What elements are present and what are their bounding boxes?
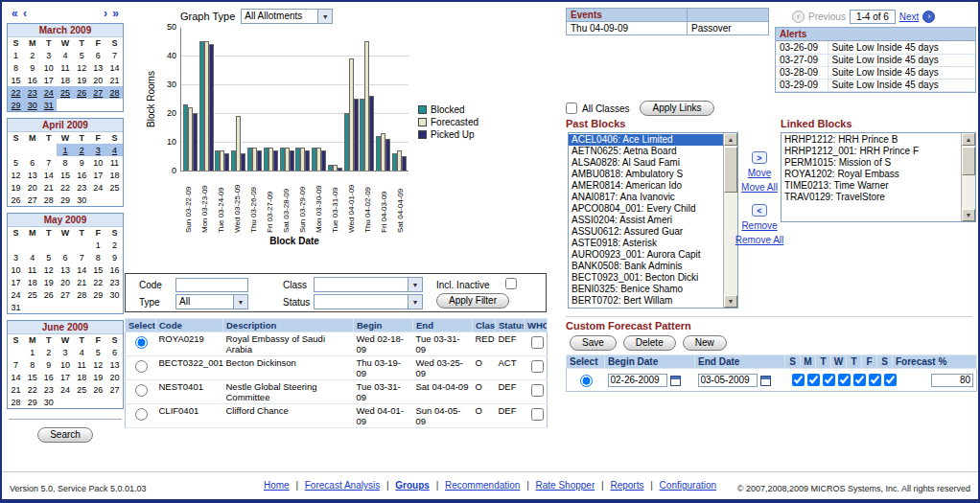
all-classes-checkbox[interactable] [566,103,577,114]
begin-date-input[interactable] [608,374,667,387]
calendar-day[interactable]: 5 [74,49,90,61]
calendar-day[interactable]: 9 [74,156,90,169]
calendar-day[interactable]: 8 [24,358,40,371]
who-checkbox[interactable] [531,336,544,349]
calendar-day[interactable]: 15 [90,263,106,276]
calendar-day[interactable]: 19 [90,371,106,383]
forecast-percent-input[interactable] [931,374,973,387]
who-checkbox[interactable] [531,408,544,421]
list-item[interactable]: ASSU0612: Assured Guar [569,226,723,238]
list-item[interactable]: BECT0923_001: Becton Dicki [569,272,723,284]
scrollbar-thumb[interactable] [962,147,975,175]
move-link[interactable]: Move [748,168,771,178]
scroll-down-icon[interactable]: ▼ [724,295,737,308]
new-button[interactable]: New [683,335,727,351]
calendar-day[interactable]: 23 [24,86,40,99]
calendar-day[interactable]: 1 [8,49,24,61]
block-select-radio[interactable] [135,384,148,397]
calendar-day[interactable]: 31 [40,99,57,111]
calendar-day[interactable]: 2 [106,239,123,251]
class-select[interactable]: ▼ [314,277,423,292]
calendar-day[interactable]: 27 [90,86,106,99]
calendar-day[interactable]: 24 [40,86,57,99]
list-item[interactable]: BENI0325: Benice Shamo [569,284,723,295]
footer-link-home[interactable]: Home [264,480,290,491]
footer-link-reports[interactable]: Reports [610,480,643,491]
calendar-day[interactable]: 5 [8,156,24,169]
calendar-day[interactable]: 19 [40,276,57,288]
past-blocks-scrollbar[interactable]: ▲ ▼ [723,133,737,308]
calendar-day[interactable]: 6 [57,251,73,263]
calendar-day[interactable]: 13 [90,61,106,74]
calendar-day[interactable]: 2 [40,346,57,358]
calendar-day[interactable]: 27 [57,288,73,301]
calendar-day[interactable]: 7 [106,49,123,61]
calendar-day[interactable]: 26 [8,194,24,206]
end-date-input[interactable] [698,374,758,387]
calendar-day[interactable]: 3 [8,251,24,263]
calendar-day[interactable]: 30 [40,396,57,408]
block-select-radio[interactable] [135,336,148,349]
footer-link-forecast-analysis[interactable]: Forecast Analysis [305,480,380,491]
previous-page-icon[interactable]: ‹ [792,11,805,23]
calendar-day[interactable]: 8 [57,156,73,169]
calendar-day[interactable]: 31 [8,301,24,313]
calendar-day[interactable]: 7 [74,251,90,263]
list-item[interactable]: TRAV0129: TravelStore [782,192,961,203]
calendar-day[interactable]: 14 [74,263,90,276]
calendar-day[interactable]: 3 [40,49,57,61]
search-button[interactable]: Search [37,427,93,443]
calendar-day[interactable]: 12 [40,263,57,276]
calendar-day[interactable]: 29 [24,396,40,408]
calendar-day[interactable]: 16 [24,74,40,86]
calendar-day[interactable]: 28 [40,194,57,206]
next-page-link[interactable]: Next [899,11,920,22]
calendar-day[interactable]: 16 [40,371,57,383]
calendar-day[interactable]: 29 [8,99,24,111]
calendar-day[interactable]: 12 [74,61,90,74]
day-checkbox-2[interactable] [823,374,835,386]
next-page-icon[interactable]: › [922,11,935,23]
remove-all-link[interactable]: Remove All [735,235,784,245]
linked-blocks-listbox[interactable]: HRHP1212: HRH Prince BHRHP1212_001: HRH … [781,132,976,222]
list-item[interactable]: ACEL0406: Ace Limited [569,134,723,146]
list-item[interactable]: ASTE0918: Asterisk [569,238,723,249]
footer-link-groups[interactable]: Groups [395,480,430,491]
calendar-day[interactable]: 5 [90,346,106,358]
calendar-day[interactable]: 30 [74,194,90,206]
list-item[interactable]: BANK0508: Bank Adminis [569,261,723,272]
calendar-day[interactable]: 13 [24,169,40,181]
calendar-day[interactable]: 29 [90,288,106,301]
calendar-day[interactable]: 7 [40,156,57,169]
calendar-day[interactable]: 10 [40,61,57,74]
calendar-day[interactable]: 10 [90,156,106,169]
calendar-day[interactable]: 24 [57,383,73,396]
type-select[interactable]: All ▼ [175,294,248,309]
calendar-day[interactable]: 11 [57,61,73,74]
scrollbar-track[interactable] [962,146,975,209]
list-item[interactable]: AETN0625: Aetna Board [569,146,723,157]
calendar-day[interactable]: 13 [57,263,73,276]
calendar-day[interactable]: 21 [8,383,24,396]
list-item[interactable]: BERT0702: Bert Willam [569,295,723,307]
calendar-day[interactable]: 22 [24,383,40,396]
scrollbar-track[interactable] [724,146,737,295]
calendar-day[interactable]: 1 [90,239,106,251]
calendar-day[interactable]: 22 [57,181,73,194]
calendar-day[interactable]: 27 [24,194,40,206]
calendar-day[interactable]: 5 [40,251,57,263]
remove-link[interactable]: Remove [741,220,777,231]
calendar-day[interactable]: 28 [8,396,24,408]
calendar-day[interactable]: 23 [40,383,57,396]
calendar-day[interactable]: 4 [106,144,123,156]
calendar-day[interactable]: 23 [106,276,123,288]
calendar-day[interactable]: 17 [8,276,24,288]
calendar-day[interactable]: 24 [8,288,24,301]
calendar-day[interactable]: 17 [90,169,106,181]
apply-filter-button[interactable]: Apply Filter [436,293,509,309]
code-input[interactable] [175,278,248,292]
status-select[interactable]: ▼ [314,294,423,309]
calendar-day[interactable]: 18 [24,276,40,288]
calendar-day[interactable]: 17 [40,74,57,86]
calendar-day[interactable]: 6 [24,156,40,169]
